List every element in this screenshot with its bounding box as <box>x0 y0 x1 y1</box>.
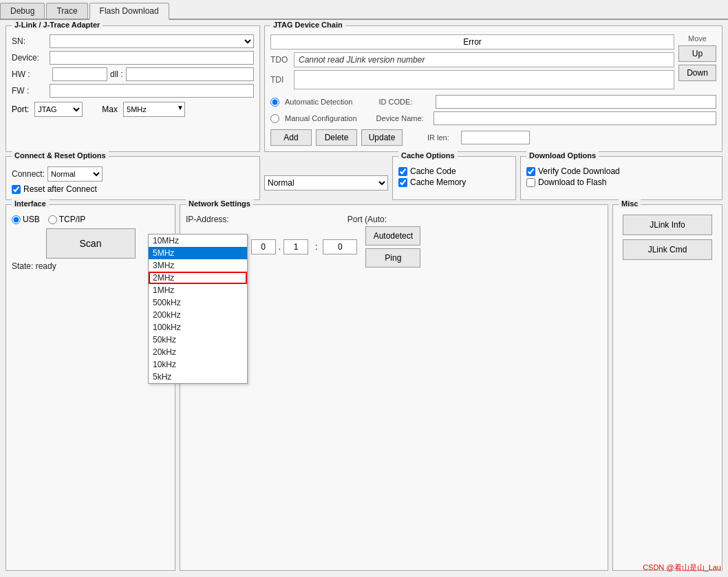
reset-select[interactable]: Normal <box>264 175 388 190</box>
tab-flash-download[interactable]: Flash Download <box>89 3 169 20</box>
connect-title: Connect & Reset Options <box>12 151 109 160</box>
tdi-row: TDI <box>270 70 674 89</box>
reset-after-connect-checkbox[interactable] <box>12 185 21 194</box>
sn-label: SN: <box>12 36 50 46</box>
dll-label: dll : <box>110 69 123 79</box>
tdo-row: TDO Cannot read JLink version number <box>270 52 674 67</box>
misc-panel: Misc JLink Info JLink Cmd <box>612 204 722 571</box>
freq-10khz[interactable]: 10kHz <box>149 358 247 371</box>
tab-debug[interactable]: Debug <box>0 3 45 19</box>
watermark: CSDN @看山是山_Lau <box>643 563 721 573</box>
freq-2mhz[interactable]: 2MHz <box>149 272 247 284</box>
connect-label: Connect: <box>12 169 45 179</box>
tab-trace[interactable]: Trace <box>46 3 87 19</box>
ping-button[interactable]: Ping <box>365 248 420 268</box>
jtag-error-row: Error TDO Cannot read JLink version numb… <box>270 34 716 92</box>
interface-title: Interface <box>12 199 49 208</box>
verify-code-label: Verify Code Download <box>538 166 620 176</box>
device-input[interactable] <box>50 51 254 65</box>
hw-row: HW : dll : <box>12 67 254 81</box>
autodetect-ping-col: Autodetect Ping <box>365 226 420 268</box>
freq-20khz[interactable]: 20kHz <box>149 346 247 358</box>
usb-radio[interactable] <box>12 215 21 224</box>
delete-button[interactable]: Delete <box>316 129 357 146</box>
cache-code-label: Cache Code <box>410 166 456 176</box>
jtag-actions-row: Add Delete Update IR len: <box>270 129 716 146</box>
frequency-dropdown[interactable]: 10MHz 5MHz 3MHz 2MHz 1MHz 500kHz 200kHz … <box>148 234 248 384</box>
bottom-row: Interface USB TCP/IP Scan State: ready <box>6 204 722 571</box>
ip-part-4[interactable] <box>283 239 308 254</box>
dll-input[interactable] <box>126 67 254 81</box>
cache-title: Cache Options <box>398 151 458 160</box>
verify-code-checkbox[interactable] <box>526 167 535 176</box>
up-button[interactable]: Up <box>678 45 716 62</box>
connect-row: Connect: Normal <box>12 166 254 182</box>
sn-select[interactable] <box>50 34 254 48</box>
scan-button[interactable]: Scan <box>46 228 136 259</box>
misc-title: Misc <box>619 199 641 208</box>
verify-code-row: Verify Code Download <box>526 166 716 176</box>
freq-5mhz[interactable]: 5MHz <box>149 247 247 259</box>
auto-detect-radio[interactable] <box>270 98 279 107</box>
reset-after-connect-label: Reset after Connect <box>23 184 97 194</box>
hw-label: HW : <box>12 69 50 79</box>
ip-part-3[interactable] <box>251 239 276 254</box>
tdi-box <box>294 70 674 89</box>
ir-len-row: IR len: <box>427 131 530 144</box>
tcpip-radio-item: TCP/IP <box>48 215 86 224</box>
add-button[interactable]: Add <box>270 129 312 146</box>
freq-500khz[interactable]: 500kHz <box>149 296 247 309</box>
cache-panel: Cache Options Cache Code Cache Memory <box>392 156 516 200</box>
update-button[interactable]: Update <box>361 129 403 146</box>
device-name-label: Device Name: <box>376 114 428 122</box>
freq-10mhz[interactable]: 10MHz <box>149 235 247 247</box>
freq-200khz[interactable]: 200kHz <box>149 309 247 321</box>
freq-50khz[interactable]: 50kHz <box>149 334 247 346</box>
max-select-wrapper: 10MHz 5MHz 3MHz 2MHz 1MHz 500kHz 200kHz … <box>123 102 185 117</box>
fw-input[interactable] <box>50 84 254 98</box>
cache-memory-checkbox[interactable] <box>398 178 407 187</box>
device-name-input[interactable] <box>433 111 716 125</box>
id-code-input[interactable] <box>436 95 716 109</box>
download-options-title: Download Options <box>526 151 599 160</box>
ir-len-input[interactable] <box>461 131 530 144</box>
tcpip-radio[interactable] <box>48 215 57 224</box>
port-value-input[interactable] <box>323 239 357 254</box>
jtag-panel: JTAG Device Chain Error TDO Cannot read … <box>264 25 722 152</box>
auto-detect-label: Automatic Detection <box>285 98 352 106</box>
connect-select[interactable]: Normal <box>47 166 103 182</box>
port-colon: : <box>315 242 317 252</box>
freq-1mhz[interactable]: 1MHz <box>149 284 247 296</box>
manual-config-radio[interactable] <box>270 114 279 123</box>
usb-radio-item: USB <box>12 215 40 224</box>
jlink-cmd-button[interactable]: JLink Cmd <box>623 239 712 260</box>
download-to-flash-checkbox[interactable] <box>526 178 535 187</box>
fw-label: FW : <box>12 86 50 96</box>
device-label: Device: <box>12 53 50 63</box>
middle-row: Connect & Reset Options Connect: Normal … <box>6 156 722 200</box>
max-select[interactable]: 10MHz 5MHz 3MHz 2MHz 1MHz 500kHz 200kHz … <box>123 102 185 117</box>
state-label: State: ready <box>12 261 169 271</box>
move-label: Move <box>678 34 716 43</box>
jlink-info-button[interactable]: JLink Info <box>623 215 712 235</box>
cache-memory-row: Cache Memory <box>398 177 510 187</box>
connect-panel: Connect & Reset Options Connect: Normal … <box>6 156 260 200</box>
port-label: Port: <box>12 105 29 114</box>
cache-code-checkbox[interactable] <box>398 167 407 176</box>
freq-3mhz[interactable]: 3MHz <box>149 259 247 272</box>
max-label: Max <box>102 105 118 114</box>
device-row: Device: <box>12 51 254 65</box>
network-labels-row: IP-Address: Port (Auto: <box>186 215 602 224</box>
freq-100khz[interactable]: 100kHz <box>149 321 247 334</box>
freq-5khz[interactable]: 5kHz <box>149 371 247 383</box>
tcpip-label: TCP/IP <box>59 215 86 224</box>
port-select[interactable]: JTAG SWD <box>34 102 83 117</box>
id-code-label: ID CODE: <box>378 98 430 106</box>
autodetect-button[interactable]: Autodetect <box>365 226 420 246</box>
manual-radio-row: Manual Configuration Device Name: <box>270 111 716 125</box>
cache-code-row: Cache Code <box>398 166 510 176</box>
down-button[interactable]: Down <box>678 65 716 81</box>
jlink-panel: J-Link / J-Trace Adapter SN: Device: HW … <box>6 25 260 152</box>
hw-input[interactable] <box>52 67 107 81</box>
tdo-text: Cannot read JLink version number <box>294 52 674 67</box>
